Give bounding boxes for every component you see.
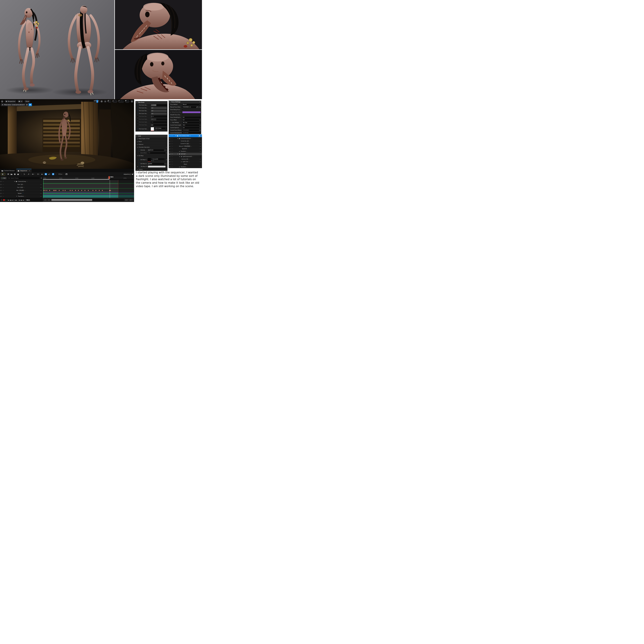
- track-value[interactable]: 2,8: [21, 184, 23, 185]
- camera-speed-value[interactable]: 0,2: [126, 100, 130, 103]
- unlock-icon[interactable]: [132, 174, 133, 175]
- category-row[interactable]: ▶Exposure: [135, 143, 167, 146]
- deactivate-icon[interactable]: ⊘: [3, 196, 4, 197]
- checkbox[interactable]: ✓: [182, 109, 184, 110]
- track-row[interactable]: ∩⊘▼Transform+‹◆›: [0, 195, 43, 198]
- category-row[interactable]: ▶Bloom: [135, 140, 167, 143]
- show-menu-button[interactable]: Show: [24, 100, 30, 103]
- track-row[interactable]: ∩⊘Manual F578,695801+‹◆›: [169, 145, 202, 147]
- keyframe-dot[interactable]: [110, 190, 111, 191]
- keyframe-diamond-icon[interactable]: ◇: [166, 150, 167, 151]
- track-row[interactable]: ∩⊘Curr35,0+‹◆›: [0, 186, 43, 189]
- keyframe-diamond-icon[interactable]: ◇: [200, 125, 201, 126]
- keyframe-nav[interactable]: ‹◆›: [196, 159, 202, 160]
- step-forward-button[interactable]: ▕▶: [18, 199, 20, 201]
- track-value[interactable]: 578,695801: [184, 146, 190, 147]
- curve-pen-dropdown[interactable]: ∨: [48, 173, 51, 175]
- track-row[interactable]: ∩⊘▼CameraComponent+: [169, 137, 202, 140]
- lock-icon[interactable]: [1, 181, 1, 182]
- category-row[interactable]: ▼Chromatic Aberration◇: [135, 146, 167, 149]
- track-row-selected[interactable]: ∩⊘▼SpotLight+: [169, 153, 202, 155]
- checkbox[interactable]: ✓: [139, 166, 140, 167]
- mute-icon[interactable]: ∩: [171, 135, 171, 136]
- keyframe-dot[interactable]: [78, 190, 79, 191]
- rotation-snap-value[interactable]: 10°: [114, 100, 117, 103]
- working-range-end-field[interactable]: 0857*: [125, 199, 128, 201]
- play-reverse-button[interactable]: ◀: [15, 199, 16, 201]
- lock-icon[interactable]: [1, 196, 1, 197]
- browse-to-asset-icon[interactable]: 🗀: [153, 160, 154, 161]
- track-row[interactable]: ∩⊘▼CameraComp+: [0, 180, 43, 183]
- lock-icon[interactable]: [169, 156, 170, 157]
- timeline-range-scrollbar[interactable]: [43, 179, 134, 180]
- previous-key-button[interactable]: ◀◀: [9, 199, 11, 201]
- checkbox[interactable]: ✓: [137, 121, 138, 123]
- value-slider[interactable]: 1,0: [151, 110, 167, 112]
- perspective-button[interactable]: Perspective: [4, 100, 16, 103]
- mute-icon[interactable]: ∩: [171, 161, 171, 162]
- value-slider[interactable]: 0,09: [151, 116, 167, 117]
- rotate-tool-button[interactable]: [96, 100, 98, 103]
- lock-icon[interactable]: [169, 149, 170, 149]
- view-range-end-field[interactable]: 0857*: [129, 199, 133, 201]
- keyframe-dot[interactable]: [59, 190, 60, 191]
- film-grain-header[interactable]: ▼Film Grain: [135, 101, 167, 104]
- keyframe-nav[interactable]: ‹◆›: [36, 193, 42, 194]
- track-row[interactable]: ∩⊘Mar578,695+‹◆›: [0, 189, 43, 192]
- value-slider[interactable]: 0,0: [148, 152, 166, 154]
- spawned-checkbox[interactable]: ✓: [187, 148, 189, 150]
- keyframe-dot[interactable]: [85, 190, 85, 191]
- keyframe-dot[interactable]: [56, 190, 56, 191]
- track-value[interactable]: 35,0: [187, 143, 189, 144]
- keyframe-diamond-icon[interactable]: ◆: [200, 107, 201, 108]
- playback-status-icon[interactable]: i: [1, 199, 2, 201]
- lit-mode-button[interactable]: Lit: [17, 100, 23, 103]
- use-selected-icon[interactable]: ↺: [151, 160, 152, 161]
- view-range-start-field[interactable]: -015: [44, 199, 46, 201]
- checkbox[interactable]: ✓: [137, 119, 138, 120]
- texture-asset-dropdown[interactable]: CASC_Disab∨: [154, 128, 167, 129]
- rotation-snap-toggle[interactable]: [112, 100, 114, 103]
- mute-icon[interactable]: ∩: [171, 148, 171, 149]
- deactivate-icon[interactable]: ⊘: [172, 159, 173, 160]
- deactivate-icon[interactable]: ⊘: [172, 148, 173, 149]
- close-tab-icon[interactable]: ×: [29, 170, 30, 171]
- lock-icon[interactable]: [169, 138, 170, 139]
- keyframe-dot[interactable]: [81, 190, 82, 191]
- search-tracks-box[interactable]: [7, 177, 40, 179]
- value-slider[interactable]: 1,0: [151, 121, 167, 123]
- deactivate-icon[interactable]: ⊘: [172, 141, 173, 142]
- mute-icon[interactable]: ∩: [171, 146, 171, 147]
- next-key-button[interactable]: ▶▶: [21, 199, 23, 201]
- keyframe-diamond-icon[interactable]: ◇: [200, 119, 201, 121]
- mute-icon[interactable]: ∩: [171, 164, 171, 165]
- dirt-mask-asset-dropdown[interactable]: T_ScreenDir∨: [151, 158, 165, 160]
- keyframe-dot[interactable]: [88, 190, 89, 191]
- deactivate-icon[interactable]: ⊘: [3, 184, 4, 185]
- mute-icon[interactable]: ∩: [171, 153, 171, 155]
- value-slider[interactable]: 1,245333: [148, 149, 164, 151]
- world-coordinate-button[interactable]: [100, 100, 103, 103]
- keyframe-nav[interactable]: ‹◆›: [36, 184, 42, 185]
- keyframe-nav[interactable]: ‹◆›: [196, 166, 202, 167]
- keyframe-dot[interactable]: [70, 190, 70, 191]
- playhead-marker[interactable]: [108, 176, 110, 179]
- mute-icon[interactable]: ∩: [2, 187, 3, 188]
- more-options-icon[interactable]: ⋮: [20, 173, 22, 175]
- playhead-line[interactable]: [110, 180, 110, 198]
- mute-icon[interactable]: ∩: [171, 156, 171, 157]
- track-row[interactable]: ∩⊘▶Transform+‹◆›: [169, 150, 202, 153]
- viewport-menu-button[interactable]: [1, 100, 4, 103]
- lock-icon[interactable]: [169, 146, 170, 147]
- mute-icon[interactable]: ∩: [171, 151, 171, 152]
- eyedropper-icon[interactable]: [197, 107, 198, 108]
- lock-icon[interactable]: [1, 184, 1, 185]
- value-field[interactable]: 35,0: [182, 124, 199, 126]
- mute-icon[interactable]: ∩: [2, 184, 3, 185]
- keyframe-nav[interactable]: ‹◆›: [196, 141, 202, 142]
- checkbox[interactable]: ✓: [137, 116, 138, 117]
- render-movie-button[interactable]: [17, 173, 19, 175]
- select-tool-button[interactable]: [94, 100, 95, 103]
- create-camera-button[interactable]: [14, 173, 16, 175]
- value-slider[interactable]: 1,4848: [148, 163, 164, 165]
